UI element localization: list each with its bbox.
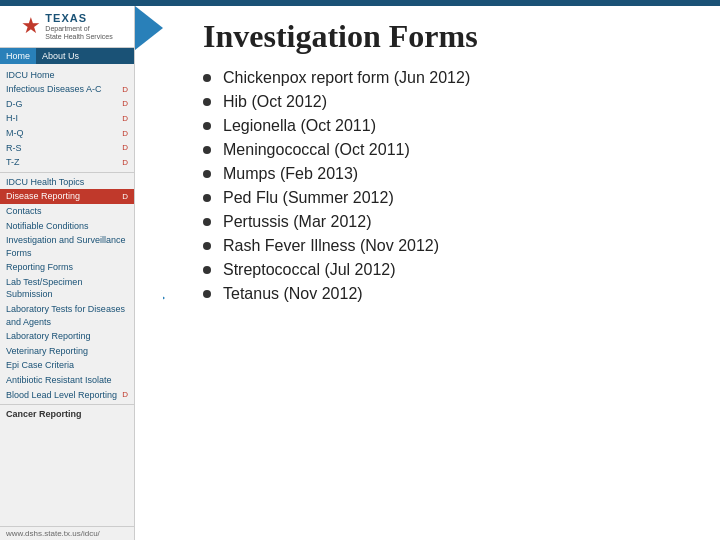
sidebar-item-vet-reporting[interactable]: Veterinary Reporting — [0, 344, 134, 359]
sidebar-item-blood-lead[interactable]: Blood Lead Level Reporting D — [0, 388, 134, 403]
sidebar-footer: www.dshs.state.tx.us/idcu/ — [0, 526, 134, 540]
sidebar-label: R-S — [6, 142, 22, 155]
nav-tab-home[interactable]: Home — [0, 48, 36, 64]
sidebar-label: Lab Test/Specimen Submission — [6, 276, 128, 301]
sidebar-label: H-I — [6, 112, 18, 125]
logo-dept-label2: State Health Services — [45, 33, 112, 41]
arrow-icon: D — [122, 191, 128, 202]
sidebar-item-investigation-forms[interactable]: Investigation and Surveillance Forms — [0, 233, 134, 260]
arrow-icon: D — [122, 157, 128, 168]
sidebar-label: Infectious Diseases A-C — [6, 83, 102, 96]
form-label: Tetanus (Nov 2012) — [223, 285, 363, 303]
sidebar-label: IDCU Health Topics — [6, 176, 84, 189]
bullet-icon — [203, 194, 211, 202]
form-label: Meningococcal (Oct 2011) — [223, 141, 410, 159]
bullet-icon — [203, 266, 211, 274]
sidebar-item-epi-criteria[interactable]: Epi Case Criteria — [0, 358, 134, 373]
sidebar-item-notifiable[interactable]: Notifiable Conditions — [0, 219, 134, 234]
page-layout: ★ TEXAS Department of State Health Servi… — [0, 6, 720, 540]
list-item[interactable]: Chickenpox report form (Jun 2012) — [203, 69, 690, 87]
sidebar-divider — [0, 172, 134, 173]
list-item[interactable]: Mumps (Feb 2013) — [203, 165, 690, 183]
nav-tab-about[interactable]: About Us — [36, 48, 85, 64]
main-content: Investigation Forms Chickenpox report fo… — [163, 6, 720, 540]
form-label: Chickenpox report form (Jun 2012) — [223, 69, 470, 87]
sidebar-item-lab-tests[interactable]: Laboratory Tests for Diseases and Agents — [0, 302, 134, 329]
arrow-icon: D — [122, 142, 128, 153]
nav-tabs: Home About Us — [0, 48, 134, 64]
bullet-icon — [203, 74, 211, 82]
bullet-icon — [203, 122, 211, 130]
sidebar-label: Notifiable Conditions — [6, 220, 89, 233]
page-title: Investigation Forms — [203, 18, 690, 55]
list-item[interactable]: Hib (Oct 2012) — [203, 93, 690, 111]
sidebar-label: Laboratory Tests for Diseases and Agents — [6, 303, 128, 328]
sidebar-label: Disease Reporting — [6, 190, 80, 203]
sidebar-item-h-i[interactable]: H-I D — [0, 111, 134, 126]
sidebar-links: IDCU Home Infectious Diseases A-C D D-G … — [0, 64, 134, 526]
bullet-icon — [203, 290, 211, 298]
list-item[interactable]: Streptococcal (Jul 2012) — [203, 261, 690, 279]
sidebar-label: Blood Lead Level Reporting — [6, 389, 117, 402]
sidebar-item-r-s[interactable]: R-S D — [0, 141, 134, 156]
sidebar-label: Investigation and Surveillance Forms — [6, 234, 128, 259]
sidebar-item-idcu-home[interactable]: IDCU Home — [0, 68, 134, 83]
bullet-icon — [203, 146, 211, 154]
logo-dept-label: Department of — [45, 25, 112, 33]
sidebar-label: Laboratory Reporting — [6, 330, 91, 343]
sidebar-item-d-g[interactable]: D-G D — [0, 97, 134, 112]
sidebar-label: Reporting Forms — [6, 261, 73, 274]
sidebar-item-health-topics[interactable]: IDCU Health Topics — [0, 175, 134, 190]
list-item[interactable]: Pertussis (Mar 2012) — [203, 213, 690, 231]
list-item[interactable]: Meningococcal (Oct 2011) — [203, 141, 690, 159]
sidebar-section-cancer: Cancer Reporting — [0, 407, 134, 421]
list-item[interactable]: Legionella (Oct 2011) — [203, 117, 690, 135]
sidebar-item-lab-reporting[interactable]: Laboratory Reporting — [0, 329, 134, 344]
arrow-icon: D — [122, 113, 128, 124]
sidebar-label: T-Z — [6, 156, 20, 169]
bullet-icon — [203, 170, 211, 178]
nav-arrow-icon — [163, 276, 165, 320]
sidebar-item-a-c[interactable]: Infectious Diseases A-C D — [0, 82, 134, 97]
arrow-indicator-icon — [135, 6, 163, 50]
sidebar-item-m-q[interactable]: M-Q D — [0, 126, 134, 141]
forms-list: Chickenpox report form (Jun 2012) Hib (O… — [203, 69, 690, 303]
sidebar-item-antibiotic[interactable]: Antibiotic Resistant Isolate — [0, 373, 134, 388]
sidebar-label: IDCU Home — [6, 69, 55, 82]
sidebar-item-t-z[interactable]: T-Z D — [0, 155, 134, 170]
sidebar-item-lab-submission[interactable]: Lab Test/Specimen Submission — [0, 275, 134, 302]
sidebar-label: Antibiotic Resistant Isolate — [6, 374, 112, 387]
sidebar: ★ TEXAS Department of State Health Servi… — [0, 6, 135, 540]
sidebar-divider2 — [0, 404, 134, 405]
bullet-icon — [203, 242, 211, 250]
form-label: Rash Fever Illness (Nov 2012) — [223, 237, 439, 255]
list-item[interactable]: Ped Flu (Summer 2012) — [203, 189, 690, 207]
arrow-icon: D — [122, 98, 128, 109]
form-label: Legionella (Oct 2011) — [223, 117, 376, 135]
sidebar-logo: ★ TEXAS Department of State Health Servi… — [0, 6, 134, 48]
form-label: Hib (Oct 2012) — [223, 93, 327, 111]
texas-star-icon: ★ — [21, 15, 41, 37]
arrow-icon: D — [122, 389, 128, 400]
arrow-icon: D — [122, 84, 128, 95]
sidebar-label: Contacts — [6, 205, 42, 218]
form-label: Ped Flu (Summer 2012) — [223, 189, 394, 207]
logo-texas-label: TEXAS — [45, 12, 112, 25]
form-label: Pertussis (Mar 2012) — [223, 213, 372, 231]
sidebar-label: M-Q — [6, 127, 24, 140]
arrow-icon: D — [122, 128, 128, 139]
sidebar-label: D-G — [6, 98, 23, 111]
form-label: Mumps (Feb 2013) — [223, 165, 358, 183]
list-item[interactable]: Rash Fever Illness (Nov 2012) — [203, 237, 690, 255]
list-item[interactable]: Tetanus (Nov 2012) — [203, 285, 690, 303]
sidebar-label: Veterinary Reporting — [6, 345, 88, 358]
bullet-icon — [203, 218, 211, 226]
sidebar-item-reporting-forms[interactable]: Reporting Forms — [0, 260, 134, 275]
form-label: Streptococcal (Jul 2012) — [223, 261, 396, 279]
sidebar-label: Epi Case Criteria — [6, 359, 74, 372]
bullet-icon — [203, 98, 211, 106]
sidebar-item-contacts[interactable]: Contacts — [0, 204, 134, 219]
sidebar-item-disease-reporting[interactable]: Disease Reporting D — [0, 189, 134, 204]
